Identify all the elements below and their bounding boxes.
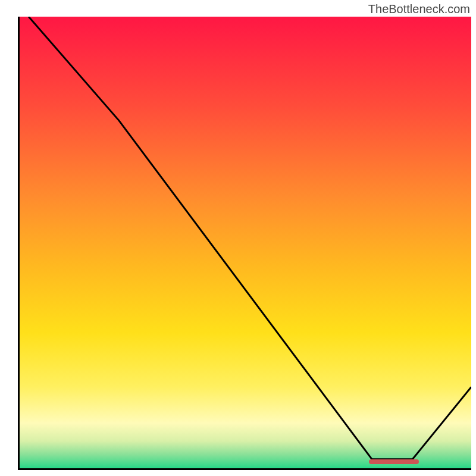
optimal-range-marker xyxy=(369,459,419,464)
chart-area xyxy=(18,17,471,470)
chart-curve xyxy=(20,17,471,468)
watermark-text: TheBottleneck.com xyxy=(368,2,470,16)
